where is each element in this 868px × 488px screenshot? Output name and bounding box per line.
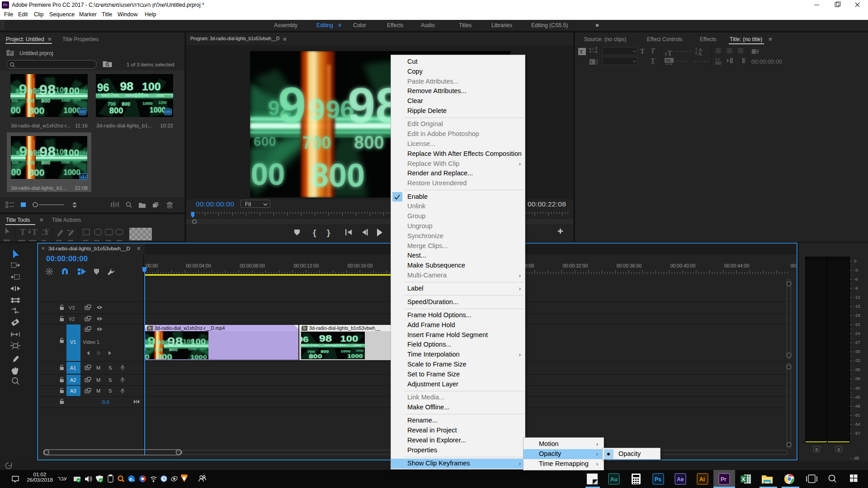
svg-text:}: } bbox=[327, 228, 330, 237]
svg-text:-12: -12 bbox=[854, 295, 860, 300]
svg-text:-18: -18 bbox=[854, 313, 860, 318]
svg-text:-33: -33 bbox=[854, 358, 860, 363]
svg-text:M: M bbox=[96, 377, 100, 383]
svg-text:T: T bbox=[20, 227, 26, 237]
svg-text:-27: -27 bbox=[854, 340, 860, 345]
svg-text:Au: Au bbox=[610, 476, 618, 483]
svg-text:-6: -6 bbox=[854, 277, 858, 282]
svg-text:-39: -39 bbox=[854, 376, 860, 381]
svg-text:V2: V2 bbox=[69, 316, 75, 322]
svg-text:i: i bbox=[133, 479, 133, 482]
svg-text:Ps: Ps bbox=[655, 476, 661, 483]
svg-text:-15: -15 bbox=[854, 304, 860, 309]
svg-text:-48: -48 bbox=[854, 404, 860, 408]
svg-text:-45: -45 bbox=[854, 394, 860, 399]
svg-text:S: S bbox=[108, 377, 112, 383]
svg-text:-36: -36 bbox=[854, 367, 860, 372]
svg-text:X: X bbox=[742, 476, 745, 483]
svg-text:0.0: 0.0 bbox=[102, 399, 109, 405]
svg-text:T: T bbox=[32, 227, 38, 237]
svg-text:Video 1: Video 1 bbox=[83, 339, 99, 345]
svg-text:-51: -51 bbox=[854, 413, 860, 418]
svg-text:-54: -54 bbox=[854, 422, 860, 427]
svg-text:S: S bbox=[108, 388, 112, 394]
svg-text:dB: dB bbox=[854, 455, 859, 460]
svg-text:Ae: Ae bbox=[677, 476, 684, 483]
svg-text:-9: -9 bbox=[854, 286, 858, 291]
svg-text:00:00:32:00: 00:00:32:00 bbox=[563, 263, 588, 268]
svg-text:V1: V1 bbox=[70, 339, 76, 345]
svg-text:A1: A1 bbox=[70, 365, 76, 371]
svg-text:-42: -42 bbox=[854, 385, 860, 390]
svg-text:00:00:16:00: 00:00:16:00 bbox=[348, 263, 373, 268]
svg-text:00:00:08:00: 00:00:08:00 bbox=[240, 263, 265, 268]
svg-text:0: 0 bbox=[854, 258, 856, 263]
svg-text:Ai: Ai bbox=[699, 476, 705, 483]
svg-text:T: T bbox=[590, 60, 593, 65]
svg-text:A3: A3 bbox=[70, 388, 76, 394]
svg-text:e: e bbox=[129, 476, 132, 482]
svg-text:-30: -30 bbox=[854, 349, 860, 354]
svg-text:A2: A2 bbox=[70, 377, 76, 383]
svg-text:00:00:36:00: 00:00:36:00 bbox=[617, 263, 642, 268]
svg-text:T: T bbox=[42, 227, 51, 237]
svg-text:-57: -57 bbox=[854, 431, 860, 436]
svg-text:V3: V3 bbox=[69, 305, 75, 310]
svg-text:Pr: Pr bbox=[721, 476, 726, 483]
svg-text:-24: -24 bbox=[854, 331, 860, 336]
svg-text:VA: VA bbox=[665, 58, 671, 63]
svg-text:00:00:40:00: 00:00:40:00 bbox=[670, 263, 696, 268]
svg-text:-21: -21 bbox=[854, 322, 860, 327]
svg-text:00:0: 00:0 bbox=[791, 263, 797, 268]
svg-text:00:00:04:00: 00:00:04:00 bbox=[186, 263, 211, 268]
svg-text:M: M bbox=[96, 365, 100, 371]
svg-text:-3: -3 bbox=[854, 267, 858, 272]
svg-text:M: M bbox=[96, 388, 100, 394]
svg-text:00:00:12:00: 00:00:12:00 bbox=[294, 263, 319, 268]
svg-text:S: S bbox=[108, 365, 112, 371]
svg-text:00:00:44:00: 00:00:44:00 bbox=[724, 263, 750, 268]
svg-text:A: A bbox=[698, 50, 702, 56]
svg-text:{: { bbox=[313, 228, 316, 237]
